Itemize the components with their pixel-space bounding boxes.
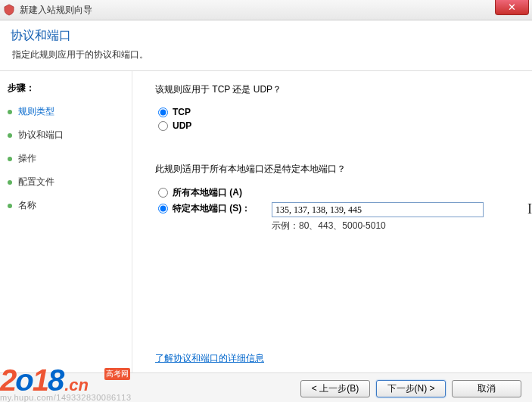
bullet-icon [8, 204, 12, 208]
radio-all-ports-label: 所有本地端口 (A) [173, 186, 242, 199]
radio-specific-ports-label: 特定本地端口 (S)： [173, 202, 250, 215]
wizard-header: 协议和端口 指定此规则应用于的协议和端口。 [0, 20, 532, 71]
step-name[interactable]: 名称 [8, 199, 124, 212]
bullet-icon [8, 180, 12, 185]
step-action[interactable]: 操作 [8, 152, 124, 165]
bullet-icon [8, 110, 12, 114]
radio-all-ports-row[interactable]: 所有本地端口 (A) [158, 186, 517, 199]
wizard-content: 该规则应用于 TCP 还是 UDP？ TCP UDP 此规则适用于所有本地端口还… [132, 71, 532, 372]
next-button[interactable]: 下一步(N) > [376, 380, 446, 397]
radio-specific-ports[interactable] [158, 204, 168, 213]
step-label: 操作 [18, 152, 36, 165]
ports-example: 示例：80、443、5000-5010 [272, 220, 517, 232]
bullet-icon [8, 133, 12, 138]
wizard-footer: < 上一步(B) 下一步(N) > 取消 [0, 372, 532, 402]
steps-sidebar: 步骤： 规则类型 协议和端口 操作 配置文件 名称 [0, 71, 132, 372]
back-button[interactable]: < 上一步(B) [300, 380, 370, 397]
radio-all-ports[interactable] [158, 188, 168, 198]
window-title: 新建入站规则向导 [20, 4, 92, 17]
radio-tcp[interactable] [158, 108, 168, 117]
app-icon [3, 4, 15, 16]
close-button[interactable]: ✕ [495, 0, 529, 15]
radio-udp-label: UDP [173, 120, 191, 131]
step-label: 名称 [18, 199, 36, 212]
radio-udp[interactable] [158, 121, 168, 131]
cancel-button[interactable]: 取消 [452, 380, 521, 397]
radio-specific-ports-row[interactable]: 特定本地端口 (S)： [158, 202, 272, 215]
step-label: 规则类型 [18, 105, 54, 118]
question-ports: 此规则适用于所有本地端口还是特定本地端口？ [155, 163, 517, 176]
step-protocol-ports[interactable]: 协议和端口 [8, 129, 124, 142]
ports-input[interactable] [272, 202, 484, 217]
step-label: 配置文件 [18, 176, 54, 189]
step-label: 协议和端口 [18, 129, 64, 142]
radio-udp-row[interactable]: UDP [158, 120, 517, 131]
close-icon: ✕ [508, 2, 516, 13]
page-title: 协议和端口 [11, 28, 521, 44]
learn-more-link[interactable]: 了解协议和端口的详细信息 [155, 352, 264, 365]
question-protocol: 该规则应用于 TCP 还是 UDP？ [155, 83, 517, 96]
radio-tcp-row[interactable]: TCP [158, 107, 517, 117]
page-subtitle: 指定此规则应用于的协议和端口。 [12, 48, 521, 61]
titlebar: 新建入站规则向导 ✕ [0, 0, 532, 20]
bullet-icon [8, 157, 12, 161]
steps-heading: 步骤： [8, 82, 124, 95]
step-profile[interactable]: 配置文件 [8, 176, 124, 189]
step-rule-type[interactable]: 规则类型 [8, 105, 124, 118]
radio-tcp-label: TCP [173, 107, 191, 117]
text-cursor-icon: I [527, 201, 532, 217]
